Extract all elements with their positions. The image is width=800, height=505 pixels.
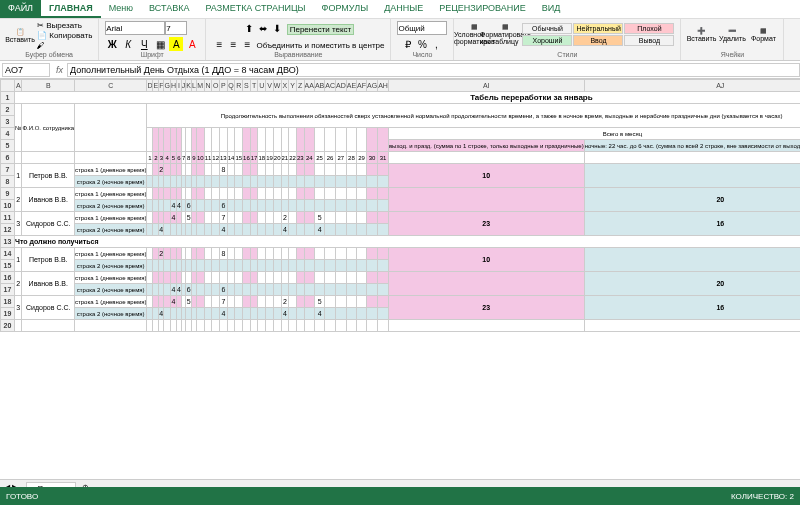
tab-file[interactable]: ФАЙЛ: [0, 0, 41, 18]
worksheet[interactable]: ABCDEFGHIJKLMNOPQRSTUVWXYZAAABACADAEAFAG…: [0, 79, 800, 479]
font-name-combo[interactable]: [105, 21, 165, 35]
insert-cells-button[interactable]: ➕Вставить: [687, 21, 715, 47]
tab-insert[interactable]: ВСТАВКА: [141, 0, 197, 18]
cell-styles-gallery[interactable]: Обычный Нейтральный Плохой Хороший Ввод …: [522, 23, 674, 46]
col-AA[interactable]: AA: [304, 80, 314, 92]
styles-label: Стили: [460, 51, 674, 58]
col-Y[interactable]: Y: [289, 80, 297, 92]
group-number: ₽%, Число: [391, 19, 454, 60]
status-ready: ГОТОВО: [6, 492, 38, 501]
col-R[interactable]: R: [235, 80, 243, 92]
col-M[interactable]: M: [196, 80, 204, 92]
col-W[interactable]: W: [273, 80, 281, 92]
col-Q[interactable]: Q: [227, 80, 235, 92]
col-Z[interactable]: Z: [296, 80, 304, 92]
copy-button[interactable]: 📄 Копировать: [37, 31, 92, 40]
style-good[interactable]: Хороший: [522, 35, 572, 46]
col-A[interactable]: A: [15, 80, 22, 92]
status-count: КОЛИЧЕСТВО: 2: [731, 492, 794, 501]
align-top[interactable]: ⬆: [242, 21, 256, 35]
formula-input[interactable]: [67, 63, 800, 77]
col-AH[interactable]: AH: [378, 80, 389, 92]
title-cell[interactable]: Табель переработки за январь: [15, 92, 801, 104]
status-bar: ГОТОВО КОЛИЧЕСТВО: 2: [0, 487, 800, 505]
style-bad[interactable]: Плохой: [624, 23, 674, 34]
col-C[interactable]: C: [75, 80, 147, 92]
tab-formulas[interactable]: ФОРМУЛЫ: [314, 0, 377, 18]
ribbon-tabs: ФАЙЛ ГЛАВНАЯ Меню ВСТАВКА РАЗМЕТКА СТРАН…: [0, 0, 800, 18]
tab-data[interactable]: ДАННЫЕ: [376, 0, 431, 18]
group-cells: ➕Вставить ➖Удалить ▦Формат Ячейки: [681, 19, 784, 60]
align-right[interactable]: ≡: [240, 37, 254, 51]
ribbon-bar: 📋Вставить ✂ Вырезать 📄 Копировать 🖌 Буфе…: [0, 18, 800, 60]
formula-bar: fx: [0, 61, 800, 79]
fx-icon[interactable]: fx: [56, 65, 63, 75]
currency-button[interactable]: ₽: [401, 37, 415, 51]
cut-button[interactable]: ✂ Вырезать: [37, 21, 92, 30]
col-S[interactable]: S: [243, 80, 251, 92]
col-AB[interactable]: AB: [314, 80, 324, 92]
style-neutral[interactable]: Нейтральный: [573, 23, 623, 34]
format-cells-button[interactable]: ▦Формат: [749, 21, 777, 47]
col-X[interactable]: X: [281, 80, 289, 92]
font-label: Шрифт: [105, 51, 199, 58]
col-O[interactable]: O: [212, 80, 220, 92]
group-clipboard: 📋Вставить ✂ Вырезать 📄 Копировать 🖌 Буфе…: [0, 19, 99, 60]
col-V[interactable]: V: [266, 80, 274, 92]
ribbon: ФАЙЛ ГЛАВНАЯ Меню ВСТАВКА РАЗМЕТКА СТРАН…: [0, 0, 800, 61]
col-AF[interactable]: AF: [357, 80, 367, 92]
paste-button[interactable]: 📋Вставить: [6, 23, 34, 49]
col-B[interactable]: B: [22, 80, 75, 92]
tab-layout[interactable]: РАЗМЕТКА СТРАНИЦЫ: [197, 0, 313, 18]
align-bot[interactable]: ⬇: [270, 21, 284, 35]
align-center[interactable]: ≡: [226, 37, 240, 51]
col-AD[interactable]: AD: [335, 80, 346, 92]
number-label: Число: [397, 51, 447, 58]
group-font: Ж К Ч ▦ A A Шрифт: [99, 19, 206, 60]
italic-button[interactable]: К: [121, 37, 135, 51]
comma-button[interactable]: ,: [429, 37, 443, 51]
col-T[interactable]: T: [250, 80, 258, 92]
col-AE[interactable]: AE: [346, 80, 356, 92]
wrap-text-button[interactable]: Перенести текст: [287, 24, 355, 35]
format-table-button[interactable]: ▦Форматировать как таблицу: [491, 21, 519, 47]
tab-menu[interactable]: Меню: [101, 0, 141, 18]
style-output[interactable]: Вывод: [624, 35, 674, 46]
align-label: Выравнивание: [212, 51, 384, 58]
align-left[interactable]: ≡: [212, 37, 226, 51]
font-size-combo[interactable]: [165, 21, 187, 35]
name-box[interactable]: [2, 63, 50, 77]
cells-label: Ячейки: [687, 51, 777, 58]
col-AI[interactable]: AI: [388, 80, 584, 92]
percent-button[interactable]: %: [415, 37, 429, 51]
style-input[interactable]: Ввод: [573, 35, 623, 46]
underline-button[interactable]: Ч: [137, 37, 151, 51]
border-button[interactable]: ▦: [153, 37, 167, 51]
section2[interactable]: Что должно получиться: [15, 236, 801, 248]
col-AG[interactable]: AG: [367, 80, 378, 92]
style-normal[interactable]: Обычный: [522, 23, 572, 34]
col-U[interactable]: U: [258, 80, 266, 92]
tab-home[interactable]: ГЛАВНАЯ: [41, 0, 101, 18]
font-color-button[interactable]: A: [185, 37, 199, 51]
col-P[interactable]: P: [220, 80, 228, 92]
tab-review[interactable]: РЕЦЕНЗИРОВАНИЕ: [431, 0, 534, 18]
clipboard-label: Буфер обмена: [6, 51, 92, 58]
col-N[interactable]: N: [204, 80, 212, 92]
group-styles: ▦Условное форматиров ▦Форматировать как …: [454, 19, 681, 60]
delete-cells-button[interactable]: ➖Удалить: [718, 21, 746, 47]
number-format-combo[interactable]: [397, 21, 447, 35]
col-AJ[interactable]: AJ: [584, 80, 800, 92]
tab-view[interactable]: ВИД: [534, 0, 569, 18]
col-AC[interactable]: AC: [325, 80, 336, 92]
bold-button[interactable]: Ж: [105, 37, 119, 51]
format-painter-button[interactable]: 🖌: [37, 41, 92, 50]
merge-button[interactable]: Объединить и поместить в центре: [257, 41, 385, 50]
fill-color-button[interactable]: A: [169, 37, 183, 51]
group-alignment: ⬆⬌⬇ Перенести текст ≡≡≡ Объединить и пом…: [206, 19, 391, 60]
align-mid[interactable]: ⬌: [256, 21, 270, 35]
